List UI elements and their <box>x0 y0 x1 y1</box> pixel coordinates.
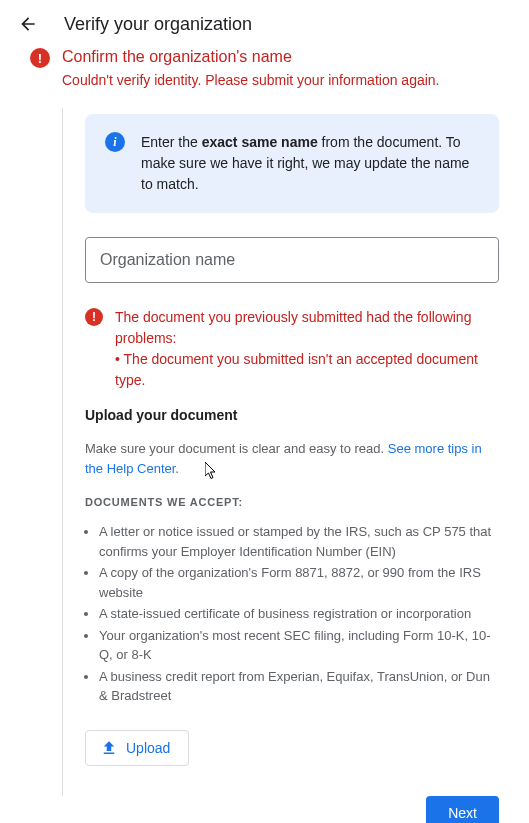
upload-button[interactable]: Upload <box>85 730 189 766</box>
back-arrow-icon <box>18 14 38 34</box>
upload-header: Upload your document <box>85 407 499 423</box>
info-icon: i <box>105 132 125 152</box>
step1-subtitle: Couldn't verify identity. Please submit … <box>62 72 499 88</box>
document-error-text: The document you previously submitted ha… <box>115 307 499 391</box>
back-button[interactable] <box>16 12 40 36</box>
docs-accept-header: DOCUMENTS WE ACCEPT: <box>85 496 499 508</box>
list-item: A copy of the organization's Form 8871, … <box>99 563 499 602</box>
next-button[interactable]: Next <box>426 796 499 824</box>
error-icon: ! <box>85 308 103 326</box>
list-item: A business credit report from Experian, … <box>99 667 499 706</box>
info-text: Enter the exact same name from the docum… <box>141 132 479 195</box>
upload-icon <box>100 739 118 757</box>
list-item: Your organization's most recent SEC fili… <box>99 626 499 665</box>
error-icon: ! <box>30 48 50 68</box>
organization-name-input[interactable] <box>85 237 499 283</box>
upload-tip: Make sure your document is clear and eas… <box>85 439 499 478</box>
info-box: i Enter the exact same name from the doc… <box>85 114 499 213</box>
list-item: A state-issued certificate of business r… <box>99 604 499 624</box>
docs-list: A letter or notice issued or stamped by … <box>85 522 499 706</box>
list-item: A letter or notice issued or stamped by … <box>99 522 499 561</box>
step1-title: Confirm the organization's name <box>62 48 292 66</box>
page-title: Verify your organization <box>64 14 252 35</box>
